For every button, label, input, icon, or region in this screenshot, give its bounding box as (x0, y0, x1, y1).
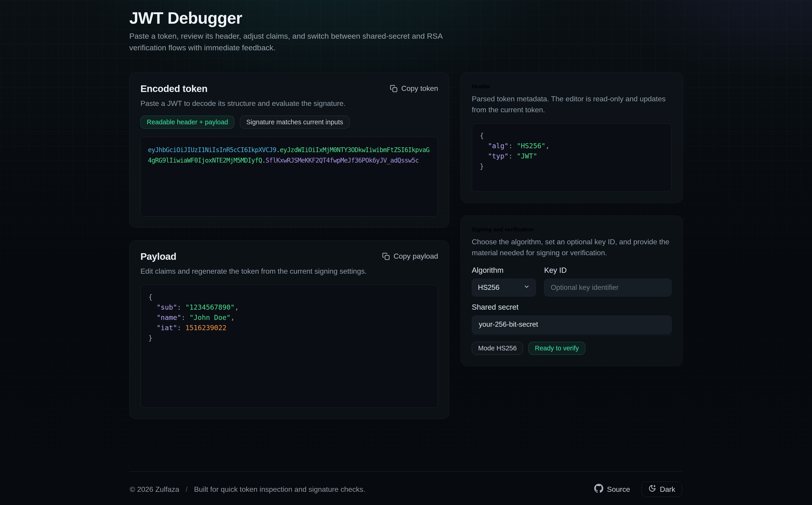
source-link[interactable]: Source (594, 484, 630, 495)
right-column: Header Parsed token metadata. The editor… (461, 72, 683, 366)
copy-token-button[interactable]: Copy token (390, 83, 438, 94)
json-colon: : (181, 314, 189, 322)
algorithm-select[interactable]: HS256 (472, 279, 536, 297)
signing-description: Choose the algorithm, set an optional ke… (472, 236, 671, 258)
page-subtitle: Paste a token, review its header, adjust… (129, 30, 471, 53)
token-signature-segment: SflKxwRJSMeKKF2QT4fwpMeJf36POk6yJV_adQss… (266, 157, 419, 164)
json-value: 1516239022 (185, 324, 226, 332)
token-header-segment: eyJhbGciOiJIUzI1NiIsInR5cCI6IkpXVCJ9 (148, 146, 276, 154)
footer-separator: / (186, 485, 188, 494)
copy-token-label: Copy token (401, 84, 438, 93)
signing-badges: Mode HS256 Ready to verify (472, 342, 671, 355)
copy-icon (390, 85, 397, 93)
json-open-brace: { (480, 132, 484, 140)
json-value: "HS256" (517, 142, 545, 150)
json-open-brace: { (149, 293, 153, 301)
algorithm-selected-value: HS256 (478, 284, 500, 292)
json-value: "John Doe" (190, 314, 231, 322)
footer-tagline: Built for quick token inspection and sig… (194, 485, 365, 494)
theme-label: Dark (660, 485, 675, 494)
json-value: "1234567890" (185, 303, 235, 311)
github-icon (594, 484, 603, 495)
encoded-token-card: Encoded token Copy token Paste a JWT to … (129, 72, 449, 228)
json-line: "iat": 1516239022 (149, 323, 430, 333)
json-line: { (149, 292, 430, 302)
badge-ready-to-verify: Ready to verify (528, 342, 585, 355)
badge-mode: Mode HS256 (472, 342, 523, 355)
json-key: "sub" (157, 303, 177, 311)
json-colon: : (177, 324, 185, 332)
left-column: Encoded token Copy token Paste a JWT to … (129, 72, 449, 419)
source-label: Source (607, 485, 630, 494)
token-separator: . (262, 157, 266, 164)
json-comma: , (235, 303, 239, 311)
page-title: JWT Debugger (129, 9, 683, 27)
theme-toggle-button[interactable]: Dark (641, 482, 682, 497)
json-key: "name" (157, 314, 181, 322)
shared-secret-input[interactable]: your-256-bit-secret (472, 316, 671, 334)
json-colon: : (177, 303, 185, 311)
page-background: JWT Debugger Paste a token, review its h… (0, 0, 812, 505)
algorithm-label: Algorithm (472, 266, 536, 275)
payload-description: Edit claims and regenerate the token fro… (141, 266, 438, 277)
json-close-brace: } (480, 162, 484, 170)
json-line: } (480, 161, 663, 171)
payload-card: Payload Copy payload Edit claims and reg… (129, 240, 449, 419)
json-comma: , (231, 314, 235, 322)
main-grid: Encoded token Copy token Paste a JWT to … (129, 72, 683, 419)
payload-editor[interactable]: { "sub": "1234567890", "name": "John Doe… (141, 285, 438, 408)
json-line: "typ": "JWT" (480, 151, 663, 161)
token-textarea[interactable]: eyJhbGciOiJIUzI1NiIsInR5cCI6IkpXVCJ9.eyJ… (141, 137, 438, 216)
json-colon: : (508, 152, 517, 160)
moon-star-icon (648, 485, 656, 494)
header-editor: { "alg": "HS256", "typ": "JWT" } (472, 123, 671, 192)
shared-secret-label: Shared secret (472, 303, 671, 312)
copyright-text: © 2026 Zulfaza (130, 485, 179, 494)
shared-secret-field: Shared secret your-256-bit-secret (472, 303, 671, 335)
token-separator: . (276, 146, 280, 154)
secret-divider (472, 335, 671, 335)
signing-title: Signing and verification (472, 226, 671, 233)
json-line: "sub": "1234567890", (149, 302, 430, 312)
encoded-token-badges: Readable header + payload Signature matc… (141, 116, 438, 129)
signing-card: Signing and verification Choose the algo… (461, 216, 683, 366)
json-comma: , (546, 142, 550, 150)
json-key: "typ" (488, 152, 508, 160)
payload-title: Payload (141, 251, 176, 262)
json-line: { (480, 131, 663, 141)
json-colon: : (508, 142, 517, 150)
badge-signature-matches: Signature matches current inputs (240, 116, 349, 129)
footer-left: © 2026 Zulfaza / Built for quick token i… (130, 485, 365, 494)
footer-right: Source Dark (594, 482, 682, 497)
key-id-input[interactable] (544, 279, 671, 297)
json-line: } (149, 333, 430, 343)
badge-readable-header-payload: Readable header + payload (141, 116, 234, 129)
algorithm-field: Algorithm HS256 (472, 266, 536, 297)
json-line: "name": "John Doe", (149, 312, 430, 323)
json-close-brace: } (149, 334, 153, 342)
header-description: Parsed token metadata. The editor is rea… (472, 93, 671, 115)
header-title: Header (472, 83, 671, 90)
json-line: "alg": "HS256", (480, 141, 663, 151)
encoded-token-description: Paste a JWT to decode its structure and … (141, 98, 438, 109)
chevron-down-icon (523, 284, 530, 292)
footer: © 2026 Zulfaza / Built for quick token i… (129, 471, 683, 505)
copy-payload-label: Copy payload (393, 252, 438, 261)
header-card: Header Parsed token metadata. The editor… (461, 72, 683, 203)
encoded-token-title: Encoded token (141, 83, 208, 94)
copy-icon (382, 252, 390, 260)
copy-payload-button[interactable]: Copy payload (382, 251, 438, 262)
hero: JWT Debugger Paste a token, review its h… (129, 9, 683, 53)
key-id-field: Key ID (544, 266, 671, 297)
json-key: "iat" (157, 324, 177, 332)
json-key: "alg" (488, 142, 508, 150)
key-id-label: Key ID (544, 266, 671, 275)
json-value: "JWT" (517, 152, 537, 160)
